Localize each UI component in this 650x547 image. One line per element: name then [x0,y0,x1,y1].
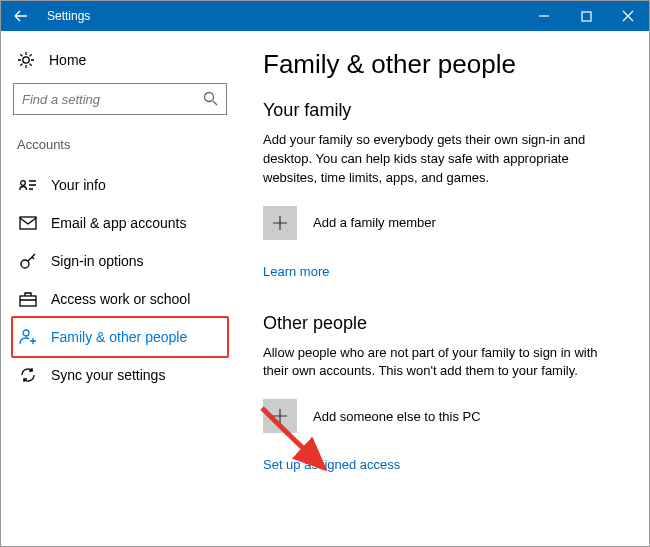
person-plus-icon [19,328,37,346]
add-family-member-button[interactable]: Add a family member [263,206,621,240]
search-box[interactable] [13,83,227,115]
other-people-description: Allow people who are not part of your fa… [263,344,621,382]
svg-point-1 [23,57,29,63]
maximize-button[interactable] [565,1,607,31]
sidebar-item-family[interactable]: Family & other people [11,316,229,358]
sidebar: Home Accounts Your info Email & app [1,31,239,546]
home-button[interactable]: Home [13,45,227,83]
page-title: Family & other people [263,49,621,80]
sidebar-item-label: Your info [51,177,106,193]
close-button[interactable] [607,1,649,31]
titlebar: Settings [1,1,649,31]
family-heading: Your family [263,100,621,121]
back-button[interactable] [1,1,41,31]
plus-icon [263,399,297,433]
learn-more-link[interactable]: Learn more [263,264,329,279]
assigned-access-link[interactable]: Set up assigned access [263,457,400,472]
family-description: Add your family so everybody gets their … [263,131,621,188]
svg-point-7 [23,330,29,336]
section-label: Accounts [13,137,227,166]
content-pane: Family & other people Your family Add yo… [239,31,649,546]
sidebar-item-work[interactable]: Access work or school [13,280,227,318]
search-icon [203,91,218,110]
sidebar-item-email[interactable]: Email & app accounts [13,204,227,242]
sync-icon [19,366,37,384]
minimize-button[interactable] [523,1,565,31]
sidebar-item-label: Sync your settings [51,367,165,383]
svg-rect-6 [20,296,36,306]
briefcase-icon [19,290,37,308]
mail-icon [19,214,37,232]
gear-icon [17,51,35,69]
sidebar-item-sync[interactable]: Sync your settings [13,356,227,394]
sidebar-item-label: Family & other people [51,329,187,345]
sidebar-item-label: Access work or school [51,291,190,307]
key-icon [19,252,37,270]
plus-icon [263,206,297,240]
sidebar-item-label: Sign-in options [51,253,144,269]
settings-window: Settings Home Ac [0,0,650,547]
svg-rect-0 [582,12,591,21]
home-label: Home [49,52,86,68]
user-card-icon [19,176,37,194]
search-input[interactable] [14,84,226,114]
other-people-heading: Other people [263,313,621,334]
svg-point-2 [205,93,214,102]
sidebar-item-your-info[interactable]: Your info [13,166,227,204]
svg-point-3 [21,181,26,186]
add-family-label: Add a family member [313,215,436,230]
svg-rect-4 [20,217,36,229]
sidebar-item-signin[interactable]: Sign-in options [13,242,227,280]
add-someone-else-button[interactable]: Add someone else to this PC [263,399,621,433]
sidebar-item-label: Email & app accounts [51,215,186,231]
add-someone-label: Add someone else to this PC [313,409,481,424]
window-title: Settings [41,9,90,23]
